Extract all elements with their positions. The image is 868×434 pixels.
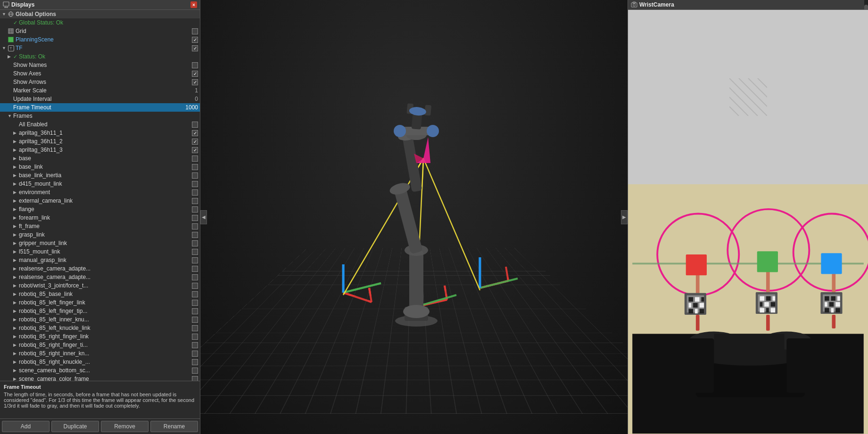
apriltag-3-checkbox[interactable]: [192, 147, 198, 153]
rq-lft-item[interactable]: ▶ robotiq_85_left_finger_tip...: [0, 307, 200, 315]
show-arrows-item[interactable]: Show Arrows: [0, 78, 200, 86]
show-axes-checkbox[interactable]: [192, 71, 198, 77]
tree-area[interactable]: ▼ Global Options ✓ Global Status: Ok: [0, 10, 200, 381]
expand-arrow-rc2: ▶: [13, 275, 19, 279]
apriltag-2-item[interactable]: ▶ apriltag_36h11_2: [0, 137, 200, 146]
l515-item[interactable]: ▶ l515_mount_link: [0, 247, 200, 256]
robot-wrist-item[interactable]: ▶ robot/wrist_3_joint/force_t...: [0, 281, 200, 290]
gripper-mount-item[interactable]: ▶ gripper_mount_link: [0, 239, 200, 247]
update-interval-item[interactable]: Update Interval 0: [0, 95, 200, 103]
svg-rect-97: [686, 254, 707, 275]
collapse-left-arrow[interactable]: ◀: [200, 210, 207, 224]
base-link-checkbox[interactable]: [192, 164, 198, 170]
manual-grasp-item[interactable]: ▶ manual_grasp_link: [0, 256, 200, 264]
planning-scene-checkbox[interactable]: [192, 37, 198, 43]
gripper-mount-checkbox[interactable]: [192, 240, 198, 246]
ft-frame-checkbox[interactable]: [192, 223, 198, 229]
apriltag-3-item[interactable]: ▶ apriltag_36h11_3: [0, 146, 200, 154]
flange-label: flange: [19, 206, 192, 213]
rq-rfl-checkbox[interactable]: [192, 334, 198, 340]
apriltag-1-item[interactable]: ▶ apriltag_36h11_1: [0, 129, 200, 137]
rq-rft-item[interactable]: ▶ robotiq_85_right_finger_ti...: [0, 341, 200, 349]
rq-rkl-checkbox[interactable]: [192, 359, 198, 365]
grid-item[interactable]: Grid: [0, 27, 200, 35]
d415-mount-checkbox[interactable]: [192, 181, 198, 187]
d415-mount-item[interactable]: ▶ d415_mount_link: [0, 180, 200, 188]
frame-timeout-item[interactable]: Frame Timeout 1000: [0, 103, 200, 112]
grasp-link-checkbox[interactable]: [192, 232, 198, 238]
base-link-item[interactable]: ▶ base_link: [0, 163, 200, 171]
expand-arrow-rw: ▶: [13, 283, 19, 288]
ext-cam-checkbox[interactable]: [192, 198, 198, 204]
remove-button[interactable]: Remove: [101, 421, 149, 432]
expand-arrow-ftf: ▶: [13, 224, 19, 229]
rq-rik-checkbox[interactable]: [192, 351, 198, 357]
rq-base-item[interactable]: ▶ robotiq_85_base_link: [0, 290, 200, 298]
svg-rect-0: [3, 2, 9, 6]
global-options-item[interactable]: ▼ Global Options: [0, 10, 200, 18]
realsense-2-item[interactable]: ▶ realsense_camera_adapte...: [0, 273, 200, 281]
tf-item[interactable]: ▼ T TF: [0, 44, 200, 52]
flange-checkbox[interactable]: [192, 206, 198, 213]
marker-scale-item[interactable]: Marker Scale 1: [0, 86, 200, 95]
base-item[interactable]: ▶ base: [0, 154, 200, 163]
show-names-checkbox[interactable]: [192, 62, 198, 68]
rq-base-checkbox[interactable]: [192, 291, 198, 297]
tf-checkbox[interactable]: [192, 45, 198, 51]
main-3d-view[interactable]: ◀ ▶: [200, 0, 628, 434]
manual-grasp-checkbox[interactable]: [192, 257, 198, 263]
rq-rfl-item[interactable]: ▶ robotiq_85_right_finger_link: [0, 332, 200, 341]
planning-scene-item[interactable]: PlanningScene: [0, 35, 200, 44]
apriltag-2-checkbox[interactable]: [192, 139, 198, 145]
ext-cam-item[interactable]: ▶ external_camera_link: [0, 197, 200, 205]
duplicate-button[interactable]: Duplicate: [51, 421, 99, 432]
base-checkbox[interactable]: [192, 156, 198, 162]
forearm-checkbox[interactable]: [192, 215, 198, 221]
rq-lik-item[interactable]: ▶ robotiq_85_left_inner_knu...: [0, 315, 200, 324]
rq-rft-checkbox[interactable]: [192, 342, 198, 348]
rq-rik-item[interactable]: ▶ robotiq_85_right_inner_kn...: [0, 349, 200, 358]
all-enabled-checkbox[interactable]: [192, 122, 198, 128]
l515-checkbox[interactable]: [192, 249, 198, 255]
tf-status-item: ▶ ✓ Status: Ok: [0, 52, 200, 61]
grasp-link-item[interactable]: ▶ grasp_link: [0, 230, 200, 239]
environment-item[interactable]: ▶ environment: [0, 188, 200, 197]
forearm-item[interactable]: ▶ forearm_link: [0, 213, 200, 222]
collapse-right-arrow[interactable]: ▶: [621, 210, 628, 224]
rq-lft-checkbox[interactable]: [192, 308, 198, 314]
realsense-2-checkbox[interactable]: [192, 274, 198, 280]
add-button[interactable]: Add: [2, 421, 50, 432]
rq-lik-checkbox[interactable]: [192, 317, 198, 323]
realsense-1-checkbox[interactable]: [192, 266, 198, 272]
robot-wrist-checkbox[interactable]: [192, 283, 198, 289]
show-arrows-checkbox[interactable]: [192, 79, 198, 85]
base-link-inertia-item[interactable]: ▶ base_link_inertia: [0, 171, 200, 180]
all-enabled-item[interactable]: All Enabled: [0, 120, 200, 129]
rq-lkl-checkbox[interactable]: [192, 325, 198, 331]
ft-frame-item[interactable]: ▶ ft_frame: [0, 222, 200, 230]
frames-item[interactable]: ▼ Frames: [0, 112, 200, 120]
camera-icon: [631, 1, 637, 8]
rename-button[interactable]: Rename: [150, 421, 198, 432]
close-button[interactable]: ×: [190, 1, 197, 8]
rq-rkl-label: robotiq_85_right_knuckle_...: [19, 359, 192, 365]
rq-lkl-item[interactable]: ▶ robotiq_85_left_knuckle_link: [0, 324, 200, 332]
rq-rkl-item[interactable]: ▶ robotiq_85_right_knuckle_...: [0, 358, 200, 366]
scene-cam-bottom-checkbox[interactable]: [192, 368, 198, 374]
show-axes-item[interactable]: Show Axes: [0, 69, 200, 78]
flange-item[interactable]: ▶ flange: [0, 205, 200, 213]
grid-icon: [8, 28, 14, 34]
grid-checkbox[interactable]: [192, 28, 198, 34]
base-link-inertia-checkbox[interactable]: [192, 172, 198, 179]
show-names-item[interactable]: Show Names: [0, 61, 200, 69]
scene-cam-color-checkbox[interactable]: [192, 376, 198, 381]
environment-checkbox[interactable]: [192, 189, 198, 196]
apriltag-1-checkbox[interactable]: [192, 130, 198, 136]
svg-rect-32: [394, 187, 423, 254]
realsense-1-item[interactable]: ▶ realsense_camera_adapte...: [0, 264, 200, 273]
scene-cam-color-item[interactable]: ▶ scene_camera_color_frame: [0, 375, 200, 381]
rq-lfl-item[interactable]: ▶ robotiq_85_left_finger_link: [0, 298, 200, 307]
rq-lfl-checkbox[interactable]: [192, 300, 198, 306]
expand-arrow-scb: ▶: [13, 368, 19, 373]
scene-cam-bottom-item[interactable]: ▶ scene_camera_bottom_sc...: [0, 366, 200, 375]
